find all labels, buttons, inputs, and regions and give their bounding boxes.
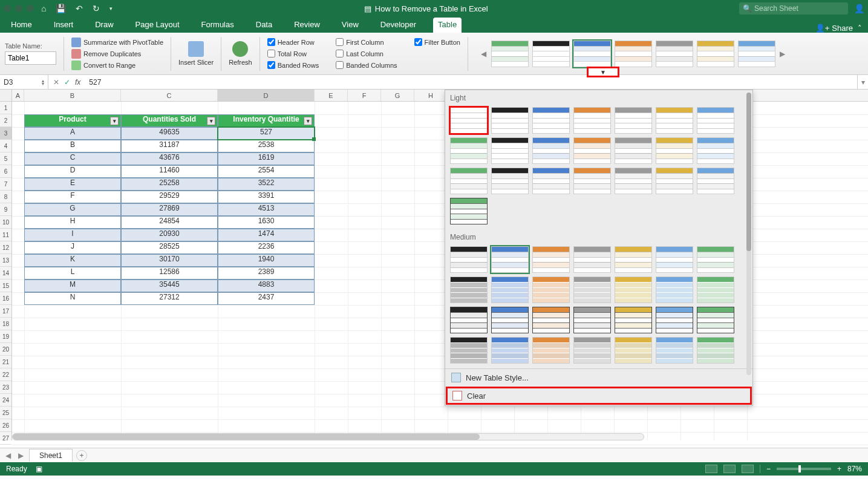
row-header-16[interactable]: 16 <box>0 292 11 305</box>
zoom-icon[interactable] <box>27 5 34 12</box>
row-header-6[interactable]: 6 <box>0 165 11 178</box>
table-cell[interactable]: 4883 <box>218 280 315 292</box>
cancel-formula-icon[interactable]: ✕ <box>53 78 59 87</box>
filter-dropdown-icon[interactable]: ▾ <box>207 117 215 125</box>
table-cell[interactable]: 1630 <box>218 216 315 229</box>
collapse-ribbon-icon[interactable]: ˄ <box>858 24 862 33</box>
table-style-option[interactable] <box>697 276 734 303</box>
table-style-option[interactable] <box>450 307 488 333</box>
table-cell[interactable]: I <box>24 229 121 241</box>
row-header-3[interactable]: 3 <box>0 127 11 140</box>
row-header-12[interactable]: 12 <box>0 241 11 254</box>
quick-style-gray[interactable] <box>656 41 693 67</box>
table-cell[interactable]: 25258 <box>121 178 218 191</box>
table-style-option[interactable] <box>491 168 529 194</box>
table-cell[interactable]: K <box>24 254 121 267</box>
fx-icon[interactable]: fx <box>75 78 80 87</box>
row-header-20[interactable]: 20 <box>0 343 11 356</box>
table-cell[interactable]: N <box>24 292 121 305</box>
table-style-option[interactable] <box>573 337 611 364</box>
undo-icon[interactable]: ↶ <box>76 4 83 13</box>
table-cell[interactable]: 28525 <box>121 241 218 254</box>
table-style-option[interactable] <box>450 276 488 303</box>
col-header-E[interactable]: E <box>315 90 348 101</box>
table-cell[interactable]: 2437 <box>218 292 315 305</box>
table-cell[interactable]: 3391 <box>218 191 315 203</box>
table-style-option[interactable] <box>491 276 529 303</box>
user-icon[interactable]: 👤 <box>854 4 864 13</box>
table-cell[interactable]: H <box>24 216 121 229</box>
table-cell[interactable]: 3522 <box>218 178 315 191</box>
table-cell[interactable]: 20930 <box>121 229 218 241</box>
table-cell[interactable]: 2389 <box>218 267 315 280</box>
refresh-button[interactable]: Refresh <box>229 41 252 66</box>
table-cell[interactable]: 1619 <box>218 152 315 165</box>
table-style-option[interactable] <box>697 307 734 333</box>
expand-formula-bar-icon[interactable]: ▾ <box>857 75 868 89</box>
table-cell[interactable]: 27312 <box>121 292 218 305</box>
table-cell[interactable]: 31187 <box>121 140 218 152</box>
row-header-22[interactable]: 22 <box>0 368 11 381</box>
quick-style-black[interactable] <box>532 41 570 67</box>
table-cell[interactable]: E <box>24 178 121 191</box>
new-table-style-button[interactable]: New Table Style... <box>445 369 752 386</box>
zoom-out-button[interactable]: − <box>766 465 771 473</box>
styles-scrollbar[interactable] <box>746 93 751 375</box>
redo-icon[interactable]: ↻ <box>93 4 100 13</box>
table-cell[interactable]: F <box>24 191 121 203</box>
table-style-option[interactable] <box>532 307 570 333</box>
row-header-15[interactable]: 15 <box>0 280 11 292</box>
table-cell[interactable]: 43676 <box>121 152 218 165</box>
table-style-option[interactable] <box>491 107 529 134</box>
tab-insert[interactable]: Insert <box>49 18 79 33</box>
tab-home[interactable]: Home <box>6 18 37 33</box>
table-style-option[interactable] <box>532 137 570 164</box>
summarize-pivot-button[interactable]: Summarize with PivotTable <box>71 38 163 47</box>
minimize-icon[interactable] <box>15 5 22 12</box>
table-style-option[interactable] <box>656 307 693 333</box>
close-icon[interactable] <box>4 5 11 12</box>
quick-style-lblue[interactable] <box>738 41 775 67</box>
row-header-21[interactable]: 21 <box>0 356 11 368</box>
table-style-option[interactable] <box>697 337 734 364</box>
table-style-option[interactable] <box>532 246 570 273</box>
table-style-option[interactable] <box>532 107 570 134</box>
row-header-17[interactable]: 17 <box>0 305 11 318</box>
table-cell[interactable]: 29529 <box>121 191 218 203</box>
table-cell[interactable]: 1474 <box>218 229 315 241</box>
table-cell[interactable]: 24854 <box>121 216 218 229</box>
table-style-option[interactable] <box>656 246 693 273</box>
filter-dropdown-icon[interactable]: ▾ <box>304 117 312 125</box>
table-header-1[interactable]: Quantities Sold▾ <box>121 114 218 127</box>
gallery-next-icon[interactable]: ▶ <box>779 50 786 58</box>
table-style-option[interactable] <box>615 246 652 273</box>
banded-columns-checkbox[interactable]: Banded Columns <box>336 61 397 69</box>
table-style-option[interactable] <box>573 107 611 134</box>
table-cell[interactable]: G <box>24 203 121 216</box>
page-break-view-button[interactable] <box>742 465 754 473</box>
table-style-option[interactable] <box>450 137 488 164</box>
page-layout-view-button[interactable] <box>723 465 736 473</box>
table-header-2[interactable]: Inventory Quantitie▾ <box>218 114 315 127</box>
table-cell[interactable]: 4513 <box>218 203 315 216</box>
table-style-option[interactable] <box>615 276 652 303</box>
table-cell[interactable]: M <box>24 280 121 292</box>
clear-table-style-button[interactable]: Clear <box>446 387 751 404</box>
table-cell[interactable]: A <box>24 127 121 140</box>
table-cell[interactable]: C <box>24 152 121 165</box>
header-row-checkbox[interactable]: Header Row <box>267 38 319 46</box>
table-style-option[interactable] <box>532 276 570 303</box>
table-style-option[interactable] <box>697 107 734 134</box>
total-row-checkbox[interactable]: Total Row <box>267 50 319 57</box>
sheet-nav-prev-icon[interactable]: ◀ <box>4 451 13 460</box>
table-style-option[interactable] <box>491 246 529 273</box>
sheet-nav-next-icon[interactable]: ▶ <box>16 451 25 460</box>
table-style-option[interactable] <box>491 137 529 164</box>
tab-page-layout[interactable]: Page Layout <box>131 18 184 33</box>
table-style-option[interactable] <box>656 168 693 194</box>
table-cell[interactable]: 35445 <box>121 280 218 292</box>
table-style-option[interactable] <box>573 168 611 194</box>
table-cell[interactable]: J <box>24 241 121 254</box>
table-cell[interactable]: 527 <box>218 127 315 140</box>
row-header-1[interactable]: 1 <box>0 102 11 114</box>
